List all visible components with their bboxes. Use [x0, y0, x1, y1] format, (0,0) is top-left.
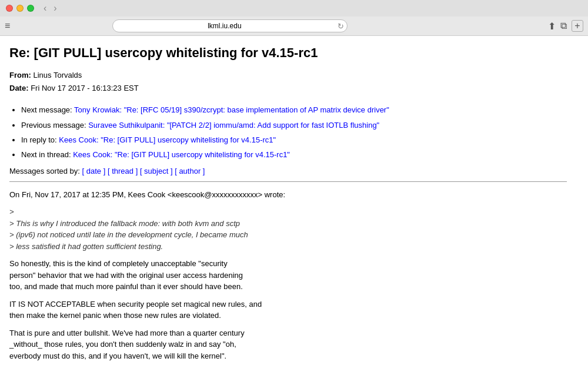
browser-chrome: ‹ › ≡ ↻ ⬆ ⧉ +	[0, 0, 588, 36]
quoted-line-1: > This is why I introduced the fallback …	[9, 218, 567, 230]
quoted-line-2: > (ipv6) not noticed until late in the d…	[9, 229, 567, 241]
nav-item-prev: Previous message: Suravee Suthikulpanit:…	[21, 118, 567, 132]
date-value-text: Fri Nov 17 2017 - 16:13:23 EST	[31, 84, 139, 92]
minimize-button[interactable]	[16, 5, 24, 12]
sort-author-link[interactable]: [ author ]	[175, 167, 205, 175]
date-label: Date:	[9, 84, 29, 92]
sidebar-toggle-button[interactable]: ≡	[5, 21, 10, 31]
sort-line: Messages sorted by: [ date ] [ thread ] …	[9, 167, 567, 175]
divider	[9, 181, 567, 182]
quoted-block: > > This is why I introduced the fallbac…	[9, 206, 567, 252]
page-content: Re: [GIT PULL] usercopy whitelisting for…	[0, 36, 576, 368]
email-body: On Fri, Nov 17, 2017 at 12:35 PM, Kees C…	[9, 189, 567, 368]
share-button[interactable]: ⬆	[548, 21, 556, 32]
sort-thread-link[interactable]: [ thread ]	[108, 167, 138, 175]
nav-prev-label: Previous message:	[21, 121, 86, 130]
close-button[interactable]	[6, 5, 13, 12]
toolbar-right: ⬆ ⧉ +	[548, 20, 583, 32]
nav-next-link[interactable]: Tony Krowiak: "Re: [RFC 05/19] s390/zcry…	[74, 105, 389, 114]
quoted-line-3: > less satisfied it had gotten sufficien…	[9, 241, 567, 253]
nav-item-reply: In reply to: Kees Cook: "Re: [GIT PULL] …	[21, 133, 567, 147]
nav-next-label: Next message:	[21, 105, 72, 114]
intro-line: On Fri, Nov 17, 2017 at 12:35 PM, Kees C…	[9, 189, 567, 201]
nav-prev-link[interactable]: Suravee Suthikulpanit: "[PATCH 2/2] iomm…	[88, 121, 379, 130]
nav-buttons: ‹ ›	[41, 4, 59, 13]
nav-item-next: Next message: Tony Krowiak: "Re: [RFC 05…	[21, 103, 567, 117]
back-button[interactable]: ‹	[41, 4, 49, 13]
sort-label: Messages sorted by:	[9, 167, 80, 175]
email-meta: From: Linus Torvalds Date: Fri Nov 17 20…	[9, 69, 567, 95]
nav-reply-link[interactable]: Kees Cook: "Re: [GIT PULL] usercopy whit…	[59, 135, 276, 144]
from-line: From: Linus Torvalds	[9, 69, 567, 82]
window-controls	[6, 5, 34, 12]
body-para-1: IT IS NOT ACCEPTABLE when security peopl…	[9, 299, 567, 321]
forward-button[interactable]: ›	[51, 4, 59, 13]
from-value-text: Linus Torvalds	[33, 71, 82, 79]
page-title: Re: [GIT PULL] usercopy whitelisting for…	[9, 45, 567, 61]
tab-overview-button[interactable]: ⧉	[560, 21, 567, 31]
reload-button[interactable]: ↻	[338, 22, 344, 31]
body-para-2: That is pure and utter bullshit. We've h…	[9, 327, 567, 362]
quoted-line-0: >	[9, 206, 567, 218]
nav-item-thread-next: Next in thread: Kees Cook: "Re: [GIT PUL…	[21, 148, 567, 161]
nav-reply-label: In reply to:	[21, 135, 57, 144]
sort-date-link[interactable]: [ date ]	[82, 167, 106, 175]
email-nav-list: Next message: Tony Krowiak: "Re: [RFC 05…	[9, 103, 567, 162]
date-line: Date: Fri Nov 17 2017 - 16:13:23 EST	[9, 82, 567, 95]
nav-thread-label: Next in thread:	[21, 150, 71, 159]
nav-thread-link[interactable]: Kees Cook: "Re: [GIT PULL] usercopy whit…	[73, 150, 290, 159]
body-para-0: So honestly, this is the kind of complet…	[9, 258, 567, 293]
sort-subject-link[interactable]: [ subject ]	[140, 167, 173, 175]
new-tab-button[interactable]: +	[572, 20, 583, 32]
from-label: From:	[9, 71, 31, 79]
address-bar: ↻	[112, 19, 348, 32]
maximize-button[interactable]	[27, 5, 34, 12]
url-input[interactable]	[112, 19, 348, 32]
titlebar: ‹ ›	[0, 0, 588, 16]
toolbar: ≡ ↻ ⬆ ⧉ +	[0, 16, 588, 35]
